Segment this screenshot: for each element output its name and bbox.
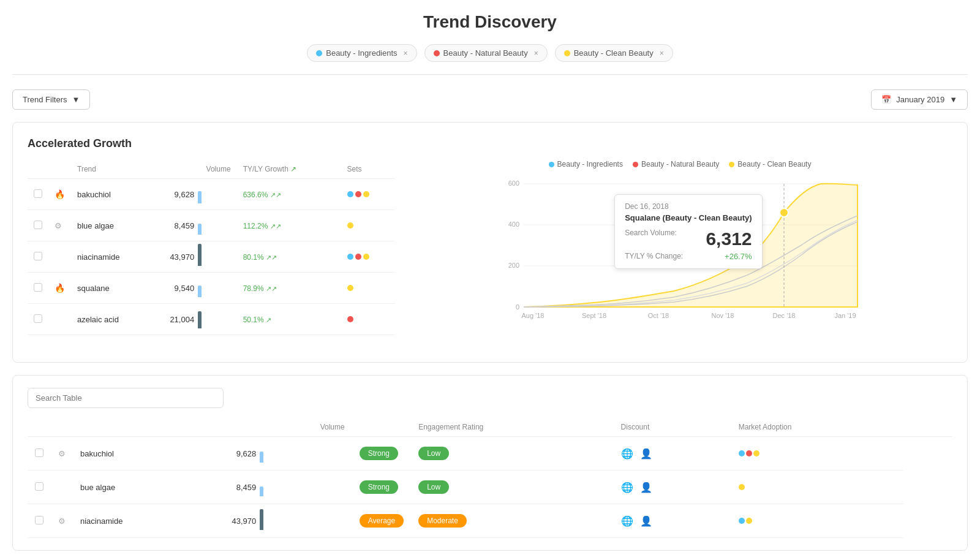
set-dot — [363, 254, 369, 260]
growth-arrows: ↗↗ — [266, 285, 277, 292]
row-icon-cell: ⚙ — [48, 210, 71, 241]
volume-number: 8,459 — [164, 221, 194, 230]
data-volume-bar-fill — [260, 509, 263, 530]
fire-icon: 🔥 — [55, 283, 65, 293]
row-checkbox[interactable] — [34, 221, 42, 229]
svg-text:0: 0 — [516, 303, 519, 311]
chart-tooltip: Dec 16, 2018 Squalane (Beauty - Clean Be… — [614, 194, 762, 269]
volume-bar — [198, 216, 202, 235]
growth-pct: 50.1% — [243, 316, 266, 324]
growth-pct: 80.1% — [243, 253, 266, 262]
gear-icon: ⚙ — [58, 516, 66, 526]
data-col-engagement: Engagement Rating — [411, 418, 613, 437]
tag-dot-natural — [434, 50, 440, 56]
row-sets — [341, 273, 395, 304]
set-dot — [347, 285, 353, 291]
date-picker-button[interactable]: 📅 January 2019 ▼ — [871, 89, 968, 110]
data-row-engagement: Average — [352, 504, 411, 538]
data-row-name: bue algae — [73, 471, 218, 504]
svg-text:Dec '18: Dec '18 — [773, 312, 796, 319]
data-row-engagement: Strong — [352, 471, 411, 504]
data-col-trend — [73, 418, 218, 437]
tag-close-natural[interactable]: × — [534, 49, 538, 58]
data-col-volume: Volume — [218, 418, 352, 437]
set-dot — [355, 191, 361, 197]
table-row: 🔥 bakuchiol 9,628 636.6% ↗↗ — [28, 179, 395, 210]
bottom-panel: Volume Engagement Rating Discount Market… — [12, 375, 968, 551]
set-dot — [746, 450, 752, 456]
tag-ingredients[interactable]: Beauty - Ingredients × — [307, 44, 417, 62]
data-row-sets — [731, 504, 903, 538]
calendar-icon: 📅 — [881, 95, 891, 104]
row-growth: 50.1% ↗ — [237, 304, 341, 335]
set-dot — [363, 191, 369, 197]
growth-arrows: ↗↗ — [270, 191, 281, 199]
tag-label-ingredients: Beauty - Ingredients — [326, 48, 397, 58]
set-dot — [355, 254, 361, 260]
growth-arrows: ↗ — [266, 316, 271, 324]
globe-icon: 🌐 — [621, 482, 633, 493]
svg-text:Aug '18: Aug '18 — [522, 312, 545, 319]
row-checkbox[interactable] — [34, 252, 42, 260]
tag-clean[interactable]: Beauty - Clean Beauty × — [555, 44, 673, 62]
data-row-checkbox[interactable] — [35, 482, 43, 491]
set-dot — [739, 450, 745, 456]
data-row-adoption: 🌐 👤 — [614, 471, 731, 504]
growth-arrows: ↗↗ — [266, 254, 277, 261]
data-row-adoption: 🌐 👤 — [614, 504, 731, 538]
data-row-icon-cell — [51, 471, 73, 504]
volume-number: 43,970 — [164, 252, 194, 262]
fire-icon: 🔥 — [55, 189, 65, 199]
volume-bar — [198, 279, 202, 297]
growth-pct: 78.9% — [243, 284, 266, 293]
tooltip-change-value: +26.7% — [725, 252, 752, 261]
svg-text:Nov '18: Nov '18 — [712, 312, 734, 319]
svg-text:400: 400 — [508, 221, 519, 228]
set-dot — [753, 450, 760, 456]
data-row-checkbox[interactable] — [35, 516, 43, 524]
volume-bar-fill — [198, 244, 202, 266]
tag-natural[interactable]: Beauty - Natural Beauty × — [424, 44, 548, 62]
user-icon: 👤 — [640, 482, 652, 493]
data-row-checkbox[interactable] — [35, 448, 43, 457]
trend-filters-button[interactable]: Trend Filters ▼ — [12, 89, 90, 110]
tag-close-ingredients[interactable]: × — [404, 49, 408, 58]
search-input[interactable] — [36, 393, 216, 403]
row-checkbox-cell — [28, 210, 48, 241]
legend-label-clean: Beauty - Clean Beauty — [737, 160, 811, 168]
data-row-discount: Moderate — [411, 504, 613, 538]
accelerated-growth-panel: Accelerated Growth Trend Volume TY/LY Gr… — [12, 122, 968, 363]
set-dot — [739, 484, 745, 490]
table-row: ⚙ blue algae 8,459 112.2% ↗↗ — [28, 210, 395, 241]
volume-bar-fill — [198, 311, 202, 328]
row-checkbox[interactable] — [34, 189, 42, 198]
row-checkbox[interactable] — [34, 283, 42, 292]
tag-dot-ingredients — [316, 50, 322, 56]
tag-label-natural: Beauty - Natural Beauty — [443, 48, 528, 58]
search-box[interactable] — [28, 388, 224, 408]
list-item: ⚙ bakuchiol 9,628 Strong Low 🌐 👤 — [28, 437, 952, 471]
row-volume: 9,540 — [157, 273, 236, 304]
data-row-volume: 9,628 — [218, 437, 352, 471]
row-checkbox[interactable] — [34, 314, 42, 323]
set-dots — [347, 254, 389, 260]
set-dot — [347, 222, 353, 229]
volume-bar-fill — [198, 286, 202, 297]
data-volume-number: 43,970 — [225, 516, 256, 526]
tag-close-clean[interactable]: × — [660, 49, 664, 58]
row-checkbox-cell — [28, 273, 48, 304]
data-volume-bar-fill — [260, 452, 263, 463]
data-row-name: bakuchiol — [73, 437, 218, 471]
legend-label-ingredients: Beauty - Ingredients — [557, 160, 623, 168]
panel-title: Accelerated Growth — [28, 137, 952, 150]
user-icon: 👤 — [640, 448, 652, 459]
row-sets — [341, 210, 395, 241]
volume-bar — [198, 248, 202, 266]
discount-badge: Moderate — [418, 514, 467, 528]
col-growth: TY/LY Growth ↗ — [237, 160, 341, 179]
svg-text:Sept '18: Sept '18 — [582, 312, 606, 319]
globe-icon: 🌐 — [621, 516, 633, 526]
legend-clean: Beauty - Clean Beauty — [729, 160, 811, 168]
set-dot — [347, 316, 353, 322]
tag-dot-clean — [564, 50, 570, 56]
